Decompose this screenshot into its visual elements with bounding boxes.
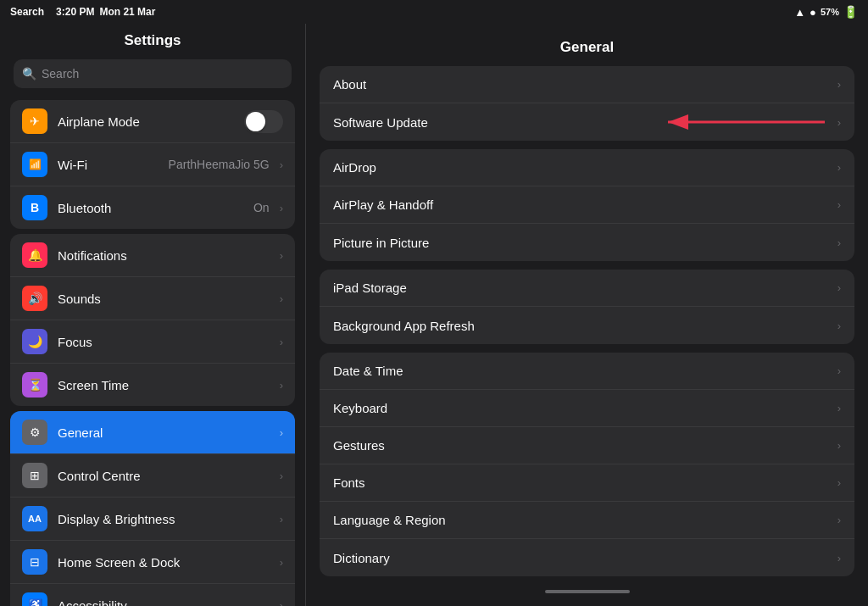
sidebar-title: Settings [0,24,305,56]
about-chevron: › [837,78,841,91]
sidebar-item-accessibility[interactable]: ♿ Accessibility › [10,584,295,606]
accessibility-icon: ♿ [22,592,47,606]
fonts-chevron: › [837,476,841,489]
detail-item-gestures[interactable]: Gestures › [320,427,854,464]
keyboard-chevron: › [837,402,841,414]
detail-item-airdrop[interactable]: AirDrop › [320,149,854,186]
home-screen-icon: ⊟ [22,549,47,575]
general-chevron: › [280,426,283,439]
sidebar-item-general[interactable]: ⚙ General › [10,411,295,454]
system-group: 🔔 Notifications › 🔊 Sounds › 🌙 Focus › [10,234,295,406]
status-left: Search 3:20 PM Mon 21 Mar [10,6,155,18]
time: 3:20 PM [56,6,94,18]
date-time-chevron: › [837,364,841,377]
sidebar-item-notifications[interactable]: 🔔 Notifications › [10,234,295,277]
general-label: General [58,425,270,440]
date-time-label: Date & Time [333,364,837,378]
focus-icon: 🌙 [22,329,47,354]
sounds-chevron: › [280,292,283,305]
airdrop-chevron: › [837,161,841,174]
sidebar-item-wifi[interactable]: 📶 Wi-Fi ParthHeemaJio 5G › [10,143,295,186]
ipad-storage-chevron: › [837,281,841,294]
search-bar-area: 🔍 Search [0,56,305,95]
sidebar: Settings 🔍 Search ✈ Airplane Mode [0,24,305,606]
detail-item-picture-in-picture[interactable]: Picture in Picture › [320,224,854,261]
airplay-chevron: › [837,198,841,211]
sidebar-item-home-screen-dock[interactable]: ⊟ Home Screen & Dock › [10,541,295,584]
language-region-chevron: › [837,514,841,526]
fonts-label: Fonts [333,475,837,490]
detail-item-ipad-storage[interactable]: iPad Storage › [320,270,854,307]
sidebar-item-control-centre[interactable]: ⊞ Control Centre › [10,454,295,498]
display-chevron: › [280,513,283,525]
accessibility-label: Accessibility [58,598,270,607]
detail-item-dictionary[interactable]: Dictionary › [320,539,854,576]
general-nav-group: ⚙ General › ⊞ Control Centre › AA Displa… [10,411,295,606]
dictionary-chevron: › [837,552,841,564]
status-bar: Search 3:20 PM Mon 21 Mar ▲ ● 57% 🔋 [0,0,868,24]
scroll-pill [545,590,630,593]
software-update-chevron: › [837,116,841,129]
airplane-mode-toggle[interactable] [244,110,283,133]
detail-group-2: AirDrop › AirPlay & Handoff › Picture in… [320,149,854,261]
battery-icon: 🔋 [843,5,858,19]
bluetooth-chevron: › [280,202,283,214]
search-icon: 🔍 [22,67,36,81]
main-layout: Settings 🔍 Search ✈ Airplane Mode [0,24,868,606]
wifi-icon: ▲ [794,6,805,19]
screen-time-label: Screen Time [58,378,270,392]
notifications-icon: 🔔 [22,242,47,268]
sidebar-item-screen-time[interactable]: ⏳ Screen Time › [10,364,295,406]
detail-group-1: About › Software Update › [320,66,854,141]
display-brightness-label: Display & Brightness [58,512,270,526]
bg-refresh-chevron: › [837,320,841,332]
date: Mon 21 Mar [99,6,155,18]
bluetooth-value: On [253,201,270,214]
accessibility-chevron: › [280,599,283,607]
screen-time-chevron: › [280,379,283,392]
detail-item-fonts[interactable]: Fonts › [320,464,854,502]
sidebar-item-focus[interactable]: 🌙 Focus › [10,320,295,364]
detail-item-background-app-refresh[interactable]: Background App Refresh › [320,307,854,344]
detail-item-airplay-handoff[interactable]: AirPlay & Handoff › [320,186,854,224]
red-arrow-annotation [659,112,829,132]
home-screen-dock-label: Home Screen & Dock [58,555,270,570]
screen-time-icon: ⏳ [22,372,47,398]
bluetooth-label: Bluetooth [58,201,243,215]
bg-refresh-label: Background App Refresh [333,319,837,333]
focus-chevron: › [280,336,283,348]
sidebar-item-bluetooth[interactable]: B Bluetooth On › [10,186,295,229]
airplane-mode-label: Airplane Mode [58,114,234,129]
search-bar[interactable]: 🔍 Search [14,59,292,88]
detail-item-language-region[interactable]: Language & Region › [320,502,854,539]
sidebar-item-airplane-mode[interactable]: ✈ Airplane Mode [10,100,295,143]
status-right: ▲ ● 57% 🔋 [794,5,858,19]
detail-panel: General About › Software Update › [305,24,868,606]
sounds-label: Sounds [58,292,270,306]
connectivity-group: ✈ Airplane Mode 📶 Wi-Fi ParthHeemaJio 5G… [10,100,295,229]
wifi-chevron: › [280,158,283,171]
software-update-label: Software Update [333,115,659,130]
bluetooth-icon: B [22,195,47,220]
sidebar-item-display-brightness[interactable]: AA Display & Brightness › [10,498,295,541]
sidebar-item-sounds[interactable]: 🔊 Sounds › [10,277,295,320]
search-label[interactable]: Search [10,6,44,18]
keyboard-label: Keyboard [333,401,837,415]
display-icon: AA [22,506,47,531]
home-screen-chevron: › [280,556,283,569]
wifi-label: Wi-Fi [58,158,159,172]
airdrop-label: AirDrop [333,160,837,175]
detail-item-about[interactable]: About › [320,66,854,103]
focus-label: Focus [58,335,270,349]
wifi-value: ParthHeemaJio 5G [169,158,270,171]
detail-item-date-time[interactable]: Date & Time › [320,353,854,390]
wifi-item-icon: 📶 [22,152,47,177]
detail-item-software-update[interactable]: Software Update › [320,103,854,141]
general-icon: ⚙ [22,420,47,445]
detail-item-keyboard[interactable]: Keyboard › [320,390,854,427]
toggle-knob [246,112,265,131]
notifications-chevron: › [280,249,283,262]
battery-percent: 57% [821,7,839,17]
detail-group-3: iPad Storage › Background App Refresh › [320,270,854,344]
language-region-label: Language & Region [333,513,837,527]
